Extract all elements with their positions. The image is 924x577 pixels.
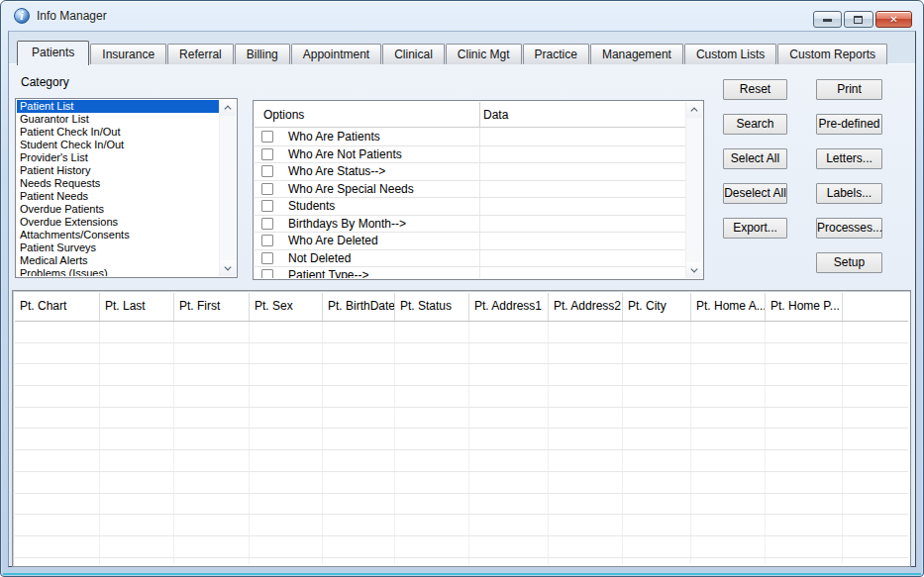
tab-custom-lists[interactable]: Custom Lists [684,44,776,64]
grid-empty-row [15,386,908,408]
deselect-all-button[interactable]: Deselect All [723,183,787,204]
grid-header-pt-address2[interactable]: Pt. Address2 [549,293,623,321]
tab-custom-reports[interactable]: Custom Reports [777,44,887,64]
checkbox-not-deleted[interactable] [261,252,273,264]
results-grid-panel: Pt. ChartPt. LastPt. FirstPt. SexPt. Bir… [12,290,911,567]
category-item-overdue-extensions[interactable]: Overdue Extensions [17,216,219,229]
category-listbox[interactable]: Patient ListGuarantor ListPatient Check … [15,98,238,278]
grid-cell [15,515,100,535]
grid-cell [323,450,395,471]
results-grid[interactable]: Pt. ChartPt. LastPt. FirstPt. SexPt. Bir… [15,293,908,564]
pre-defined-button[interactable]: Pre-defined [816,114,882,135]
grid-cell [549,386,623,407]
checkbox-who-are-deleted[interactable] [261,235,273,246]
scroll-down-button[interactable] [686,262,702,278]
title-bar[interactable]: i Info Manager ✕ [1,1,923,31]
grid-cell [174,558,250,564]
chevron-down-icon [690,265,697,272]
options-listbox[interactable]: Options Data Who Are PatientsWho Are Not… [253,100,704,280]
reset-button[interactable]: Reset [723,79,787,100]
grid-cell [691,558,766,564]
info-manager-window: i Info Manager ✕ PatientsInsuranceReferr… [0,0,924,577]
grid-header-pt-last[interactable]: Pt. Last [100,293,174,321]
checkbox-who-are-special-needs[interactable] [261,183,273,195]
grid-cell [323,364,395,385]
category-item-patient-needs[interactable]: Patient Needs [17,190,219,203]
grid-header-pt-first[interactable]: Pt. First [174,293,250,321]
labels-button[interactable]: Labels... [816,183,882,204]
category-item-attachments-consents[interactable]: Attachments/Consents [17,229,219,241]
grid-cell [395,364,469,385]
grid-cell [15,429,100,449]
scroll-up-button[interactable] [220,100,236,116]
grid-header-pt-address1[interactable]: Pt. Address1 [469,293,549,321]
grid-header-pt-status[interactable]: Pt. Status [395,293,469,321]
scroll-down-button[interactable] [220,260,236,276]
tab-patients[interactable]: Patients [17,41,89,65]
search-button[interactable]: Search [723,114,787,135]
grid-cell [395,386,469,407]
grid-cell [250,472,323,493]
grid-header-pt-chart[interactable]: Pt. Chart [15,293,100,321]
grid-cell [691,515,766,535]
print-button[interactable]: Print [816,79,882,100]
checkbox-students[interactable] [261,200,273,212]
tab-appointment[interactable]: Appointment [291,44,381,64]
maximize-button[interactable] [844,11,873,28]
checkbox-birthdays-by-month[interactable] [261,218,273,230]
grid-header-pt-birthdate[interactable]: Pt. BirthDate [323,293,395,321]
category-item-patient-list[interactable]: Patient List [17,100,219,113]
maximize-icon [854,16,863,24]
tab-referral[interactable]: Referral [167,44,234,64]
close-button[interactable]: ✕ [875,11,912,28]
grid-cell [469,386,549,407]
checkbox-patient-type[interactable] [261,269,273,278]
grid-cell [174,364,250,385]
grid-cell [174,450,250,471]
grid-cell [174,429,250,449]
options-scrollbar[interactable] [685,102,702,278]
category-item-problems-issues[interactable]: Problems (Issues) [17,267,219,276]
setup-button[interactable]: Setup [816,252,882,273]
category-item-provider-s-list[interactable]: Provider's List [17,151,219,164]
category-item-patient-surveys[interactable]: Patient Surveys [17,241,219,254]
tab-management[interactable]: Management [590,44,683,64]
category-item-needs-requests[interactable]: Needs Requests [17,177,219,190]
category-item-overdue-patients[interactable]: Overdue Patients [17,203,219,216]
grid-cell [395,429,469,449]
select-all-button[interactable]: Select All [723,148,787,169]
letters-button[interactable]: Letters... [816,148,882,169]
export-button[interactable]: Export... [723,218,787,239]
category-item-student-check-in-out[interactable]: Student Check In/Out [17,139,219,151]
checkbox-who-are-status[interactable] [261,165,273,177]
grid-body[interactable] [15,322,908,564]
option-row-birthdays-by-month: Birthdays By Month--> [255,216,685,234]
grid-cell [691,343,766,364]
action-buttons-column-1: ResetSearchSelect AllDeselect AllExport.… [723,79,787,239]
grid-header-pt-sex[interactable]: Pt. Sex [250,293,323,321]
grid-cell [323,536,395,557]
tab-clinical[interactable]: Clinical [382,44,445,64]
category-item-medical-alerts[interactable]: Medical Alerts [17,254,219,267]
data-column-header: Data [483,108,508,122]
grid-cell [691,450,766,471]
checkbox-who-are-patients[interactable] [261,131,273,143]
category-item-patient-history[interactable]: Patient History [17,164,219,177]
tab-practice[interactable]: Practice [523,44,589,64]
scroll-up-button[interactable] [686,102,702,118]
info-manager-app-icon: i [14,8,30,24]
grid-cell [395,322,469,342]
minimize-button[interactable] [813,11,842,28]
close-icon: ✕ [876,13,911,27]
grid-header-pt-home-a[interactable]: Pt. Home A... [691,293,766,321]
tab-clinic-mgt[interactable]: Clinic Mgt [446,44,522,64]
checkbox-who-are-not-patients[interactable] [261,148,273,160]
category-scrollbar[interactable] [219,100,236,276]
processes-button[interactable]: Processes... [816,218,882,239]
tab-billing[interactable]: Billing [235,44,290,64]
tab-insurance[interactable]: Insurance [90,44,166,64]
grid-header-pt-city[interactable]: Pt. City [623,293,691,321]
category-item-patient-check-in-out[interactable]: Patient Check In/Out [17,126,219,139]
category-item-guarantor-list[interactable]: Guarantor List [17,113,219,126]
grid-header-pt-home-p[interactable]: Pt. Home P... [766,293,843,321]
